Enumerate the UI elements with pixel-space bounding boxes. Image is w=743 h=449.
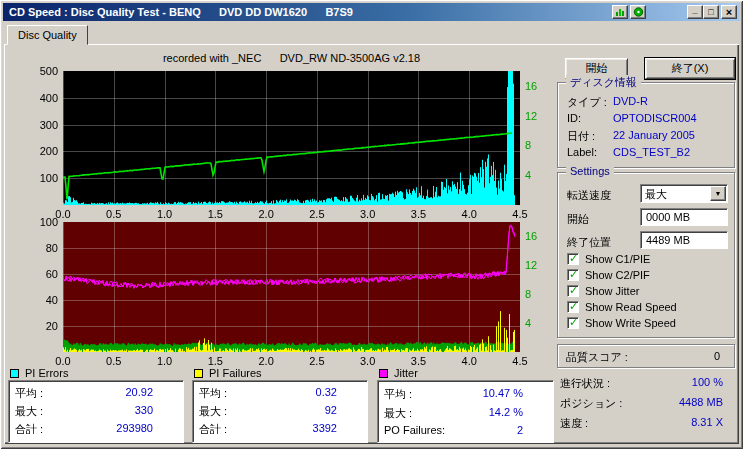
total-value: 293980 [116,422,177,437]
check-icon: ✓ [569,284,578,297]
checkbox-show-write-speed[interactable]: ✓ [567,317,579,329]
max-value: 92 [325,404,361,419]
pi-failures-legend: PI Failures [194,367,262,379]
checkbox-show-jitter[interactable]: ✓ [567,285,579,297]
bar-chart-icon [615,7,626,17]
stat-row: PO Failures:2 [384,424,547,436]
jitter-title: Jitter [394,367,418,379]
quality-score-value: 0 [714,350,720,362]
jitter-stats-box: 平均 :10.47 % 最大 :14.2 % PO Failures:2 [377,380,554,443]
avg-value: 20.92 [125,386,177,401]
po-failures-value: 2 [517,424,547,436]
minimize-button[interactable]: _ [687,5,703,19]
maximize-button[interactable]: □ [703,5,719,19]
end-position-label: 終了位置 [567,235,611,250]
checkbox-show-c2-pif[interactable]: ✓ [567,269,579,281]
start-position-value: 0000 MB [646,211,690,223]
jitter-chart [63,222,520,352]
stat-row: 最大 :92 [199,404,361,419]
start-position-field[interactable]: 0000 MB [640,208,728,226]
window-title: CD Speed : Disc Quality Test - BENQ DVD … [3,6,353,18]
check-icon: ✓ [569,252,578,265]
stat-row: 平均 :20.92 [15,386,177,401]
stat-row: 合計 :3392 [199,422,361,437]
close-button[interactable]: × [721,5,737,19]
tab-disc-quality[interactable]: Disc Quality [7,25,88,45]
transfer-speed-label: 転送速度 [567,188,611,203]
end-position-value: 4489 MB [646,234,690,246]
pi-errors-chart [63,71,520,205]
avg-label: 平均 : [15,386,43,401]
speed-select[interactable]: 最大 ▼ [640,184,728,203]
end-position-field[interactable]: 4489 MB [640,231,728,249]
checkbox-show-jitter-label: Show Jitter [585,285,639,297]
exit-button[interactable]: 終了(X) [645,58,735,79]
pi-errors-title: PI Errors [25,367,68,379]
check-icon: ✓ [569,316,578,329]
settings-group-title: Settings [566,165,614,177]
checkbox-show-c2-pif-label: Show C2/PIF [585,269,650,281]
disc-date-label: 日付 : [567,129,595,144]
position-value: 4488 MB [613,396,723,408]
stat-row: 最大 :14.2 % [384,406,547,421]
tab-label: Disc Quality [18,29,77,41]
disc-id-value: OPTODISCR004 [613,112,697,124]
start-position-label: 開始 [567,212,589,227]
pi-errors-legend: PI Errors [10,367,68,379]
po-failures-label: PO Failures: [384,424,445,436]
progress-label: 進行状況 : [560,376,610,391]
checkbox-show-read-speed-label: Show Read Speed [585,301,677,313]
stat-row: 平均 :0.32 [199,386,361,401]
stat-row: 合計 :293980 [15,422,177,437]
chart-header: recorded with _NEC DVD_RW ND-3500AG v2.1… [63,52,520,64]
checkbox-show-c1-pie[interactable]: ✓ [567,253,579,265]
avg-value: 10.47 % [483,387,547,402]
total-label: 合計 : [199,422,227,437]
chevron-glyph: ▼ [715,190,722,197]
progress-value: 100 % [613,376,723,388]
jitter-legend: Jitter [379,367,418,379]
capture-icon[interactable] [612,5,628,19]
jitter-color-swatch [379,369,388,378]
max-value: 330 [135,404,177,419]
disc-type-label: タイプ : [567,95,607,110]
minimize-icon: _ [692,5,697,16]
check-icon: ✓ [569,268,578,281]
avg-label: 平均 : [199,386,227,401]
max-label: 最大 : [384,406,412,421]
disc-id-label: ID: [567,112,581,124]
max-value: 14.2 % [489,406,547,421]
maximize-icon: □ [708,7,713,18]
check-icon: ✓ [569,300,578,313]
total-label: 合計 : [15,422,43,437]
checkbox-show-c1-pie-label: Show C1/PIE [585,253,650,265]
settings-group: Settings 転送速度 最大 ▼ 開始 0000 MB 終了位置 4489 … [557,172,735,338]
speed-select-value: 最大 [645,187,667,202]
app-window: CD Speed : Disc Quality Test - BENQ DVD … [0,0,743,449]
save-image-icon[interactable] [630,5,646,19]
disc-icon [633,7,644,17]
disc-label-label: Label: [567,146,597,158]
speed-value: 8.31 X [613,416,723,428]
pi-failures-color-swatch [194,369,203,378]
max-label: 最大 : [199,404,227,419]
disc-label-value: CDS_TEST_B2 [613,146,690,158]
disc-info-group: ディスク情報 タイプ : DVD-R ID: OPTODISCR004 日付 :… [557,82,735,168]
avg-value: 0.32 [316,386,361,401]
close-icon: × [726,7,732,18]
speed-label: 速度 : [560,416,588,431]
quality-score-box: 品質スコア : 0 [557,344,735,368]
pi-errors-color-swatch [10,369,19,378]
checkbox-show-write-speed-label: Show Write Speed [585,317,676,329]
stat-row: 最大 :330 [15,404,177,419]
chevron-down-icon[interactable]: ▼ [710,186,726,201]
stat-row: 平均 :10.47 % [384,387,547,402]
max-label: 最大 : [15,404,43,419]
checkbox-show-read-speed[interactable]: ✓ [567,301,579,313]
pi-errors-stats-box: 平均 :20.92 最大 :330 合計 :293980 [8,380,184,443]
disc-date-value: 22 January 2005 [613,129,695,141]
quality-score-label: 品質スコア : [566,350,628,365]
pi-failures-stats-box: 平均 :0.32 最大 :92 合計 :3392 [192,380,368,443]
total-value: 3392 [313,422,361,437]
disc-info-group-title: ディスク情報 [566,75,641,90]
